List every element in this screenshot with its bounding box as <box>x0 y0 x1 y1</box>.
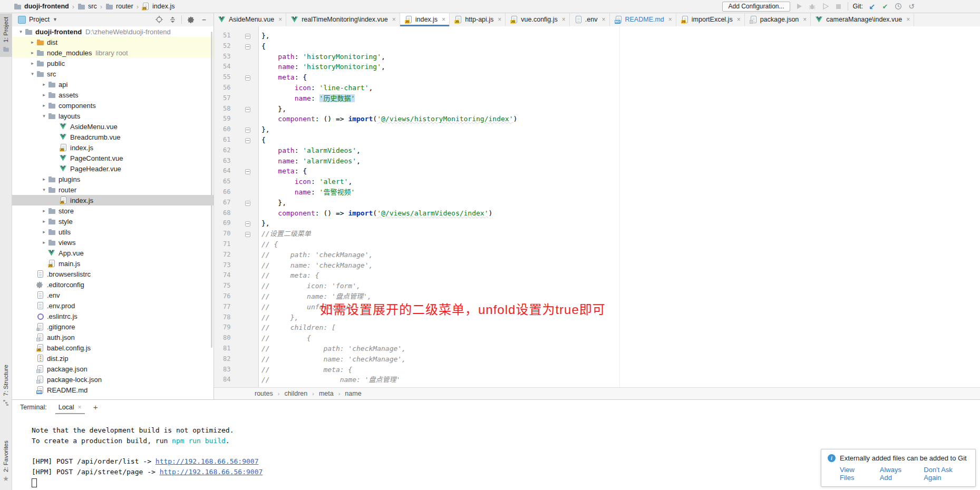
locate-file-icon[interactable] <box>155 15 163 24</box>
tree-item[interactable]: ▾layouts <box>12 111 214 121</box>
fold-icon[interactable] <box>245 34 250 39</box>
tab-close-icon[interactable]: × <box>803 16 807 23</box>
tree-item[interactable]: ▸dist <box>12 37 214 47</box>
editor-tab[interactable]: vue.config.js× <box>506 13 570 26</box>
tree-item[interactable]: README.md <box>12 385 214 395</box>
fold-icon[interactable] <box>245 107 250 112</box>
chevron-icon[interactable]: ▸ <box>40 103 48 108</box>
debug-icon[interactable] <box>808 2 817 11</box>
editor-tab[interactable]: AsideMenu.vue× <box>214 13 286 26</box>
chevron-icon[interactable]: ▸ <box>40 240 48 245</box>
tree-item[interactable]: .editorconfig <box>12 279 214 290</box>
tree-item[interactable]: .eslintrc.js <box>12 311 214 321</box>
tree-item[interactable]: PageHeader.vue <box>12 163 214 174</box>
tree-item[interactable]: ▸views <box>12 237 214 248</box>
terminal-tab-local[interactable]: Local × <box>57 401 83 414</box>
chevron-icon[interactable]: ▸ <box>40 177 48 182</box>
tree-item[interactable]: AsideMenu.vue <box>12 121 214 132</box>
tree-item[interactable]: ▾src <box>12 68 214 79</box>
tab-close-icon[interactable]: × <box>668 16 672 23</box>
tree-item[interactable]: .env <box>12 290 214 300</box>
project-view-selector[interactable]: Project ▼ <box>18 16 57 24</box>
tree-item[interactable]: ▾router <box>12 184 214 195</box>
tree-item[interactable]: .gitignore <box>12 321 214 332</box>
tree-item[interactable]: package-lock.json <box>12 374 214 385</box>
fold-icon[interactable] <box>245 128 250 133</box>
editor-tab[interactable]: http-api.js× <box>450 13 506 26</box>
fold-icon[interactable] <box>245 169 250 174</box>
terminal-link[interactable]: http://192.168.66.56:9007 <box>160 468 263 476</box>
tree-item[interactable]: main.js <box>12 258 214 269</box>
tree-item[interactable]: .browserslistrc <box>12 269 214 279</box>
git-update-icon[interactable]: ↙ <box>868 2 876 11</box>
editor-breadcrumb-item[interactable]: meta <box>319 390 334 397</box>
git-commit-icon[interactable]: ✔ <box>881 2 889 11</box>
tree-item[interactable]: ▸public <box>12 58 214 68</box>
tab-close-icon[interactable]: × <box>392 16 396 23</box>
tree-item[interactable]: index.js <box>12 142 214 153</box>
breadcrumb-item[interactable]: duoji-frontend <box>14 3 69 11</box>
chevron-icon[interactable]: ▸ <box>28 50 36 55</box>
tree-item[interactable]: ▸utils <box>12 227 214 237</box>
editor-breadcrumb-item[interactable]: name <box>345 390 361 397</box>
chevron-icon[interactable]: ▾ <box>40 113 48 119</box>
editor-tab[interactable]: README.md× <box>610 13 676 26</box>
settings-icon[interactable] <box>187 15 195 24</box>
stop-icon[interactable] <box>835 2 843 11</box>
tab-close-icon[interactable]: × <box>498 16 501 23</box>
tree-item[interactable]: ▸node_moduleslibrary root <box>12 47 214 58</box>
tree-item[interactable]: App.vue <box>12 248 214 258</box>
tab-close-icon[interactable]: × <box>737 16 741 23</box>
tree-item[interactable]: ▸components <box>12 100 214 111</box>
tree-item[interactable]: Breadcrumb.vue <box>12 132 214 142</box>
fold-icon[interactable] <box>245 75 250 81</box>
editor-breadcrumb-item[interactable]: routes <box>255 390 273 397</box>
tree-item[interactable]: ▸api <box>12 79 214 90</box>
breadcrumb-item[interactable]: index.js <box>142 3 174 10</box>
editor-tab[interactable]: .env× <box>570 13 610 26</box>
breadcrumb-item[interactable]: src <box>77 3 97 11</box>
notification-action-link[interactable]: Always Add <box>880 466 914 482</box>
close-icon[interactable]: × <box>78 404 82 411</box>
chevron-icon[interactable]: ▸ <box>40 229 48 234</box>
tab-close-icon[interactable]: × <box>906 16 910 23</box>
editor-tab[interactable]: package.json× <box>745 13 811 26</box>
chevron-icon[interactable]: ▸ <box>40 92 48 97</box>
tree-item[interactable]: ▸assets <box>12 90 214 100</box>
scrollbar[interactable] <box>211 32 212 348</box>
fold-icon[interactable] <box>245 201 250 206</box>
tree-item[interactable]: PageContent.vue <box>12 153 214 163</box>
chevron-icon[interactable]: ▾ <box>17 29 25 34</box>
tree-item[interactable]: babel.config.js <box>12 342 214 353</box>
editor-tab[interactable]: index.js× <box>400 13 450 26</box>
tree-item[interactable]: ▸style <box>12 216 214 227</box>
editor-tab[interactable]: importExcel.js× <box>676 13 745 26</box>
chevron-icon[interactable]: ▸ <box>28 61 36 66</box>
tree-item[interactable]: package.json <box>12 364 214 374</box>
fold-icon[interactable] <box>245 138 250 143</box>
fold-icon[interactable] <box>245 44 250 50</box>
terminal-link[interactable]: http://192.168.66.56:9007 <box>156 457 259 465</box>
run-icon[interactable] <box>795 2 803 11</box>
code-editor[interactable]: 51},52{53 path: 'historyMonitoring',54 n… <box>214 26 980 388</box>
editor-tab[interactable]: realTimeMonitoring\index.vue× <box>286 13 400 26</box>
tree-item[interactable]: ▸plugins <box>12 174 214 184</box>
tab-close-icon[interactable]: × <box>601 16 605 23</box>
chevron-icon[interactable]: ▸ <box>40 82 48 87</box>
tree-item[interactable]: .env.prod <box>12 300 214 311</box>
git-revert-icon[interactable]: ↺ <box>907 2 916 11</box>
editor-breadcrumb-item[interactable]: children <box>284 390 307 397</box>
tab-close-icon[interactable]: × <box>278 16 282 23</box>
run-with-coverage-icon[interactable] <box>821 2 830 11</box>
fold-icon[interactable] <box>245 232 250 237</box>
chevron-icon[interactable]: ▸ <box>28 40 36 45</box>
chevron-icon[interactable]: ▸ <box>40 219 48 224</box>
tree-item[interactable]: ▸store <box>12 205 214 216</box>
chevron-icon[interactable]: ▾ <box>28 71 36 76</box>
tree-item[interactable]: auth.json <box>12 332 214 342</box>
toolwindow-favorites-button[interactable]: 2: Favorites ★ <box>0 440 12 483</box>
tree-item[interactable]: dist.zip <box>12 353 214 364</box>
tab-close-icon[interactable]: × <box>562 16 566 23</box>
tree-item[interactable]: ▾duoji-frontendD:\zheheWeb\duoji-fronten… <box>12 26 214 37</box>
breadcrumb-item[interactable]: router <box>105 3 133 11</box>
